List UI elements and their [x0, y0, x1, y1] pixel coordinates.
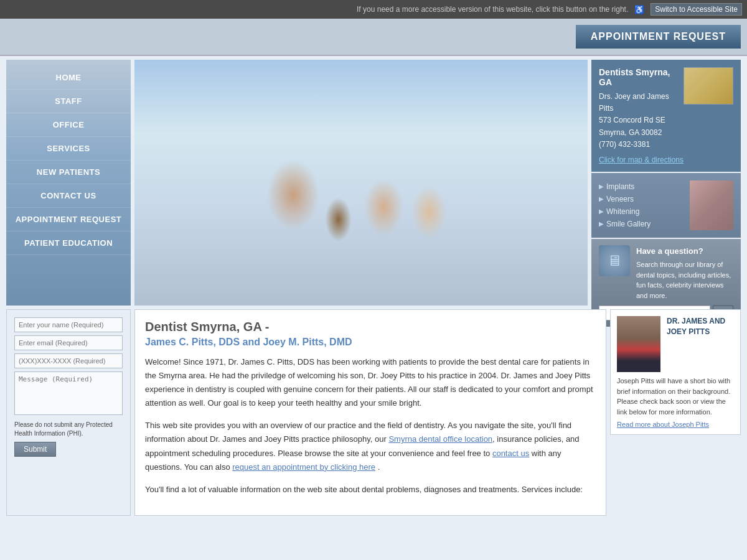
request-appt-link[interactable]: request an appointment by clicking here — [232, 462, 375, 472]
sidebar-item-appt-request[interactable]: APPOINTMENT REQUEST — [6, 208, 131, 231]
family-photo — [134, 60, 588, 306]
service-item-veneers[interactable]: ▶ Veneers — [599, 193, 685, 205]
main-content: Dentist Smyrna, GA - James C. Pitts, DDS… — [134, 309, 606, 516]
service-item-smile-gallery[interactable]: ▶ Smile Gallery — [599, 218, 685, 230]
message-input[interactable] — [14, 371, 123, 415]
service-item-implants[interactable]: ▶ Implants — [599, 180, 685, 193]
office-address2: Smyrna, GA 30082 — [599, 127, 733, 139]
sidebar-item-new-patients[interactable]: NEW PATIENTS — [6, 161, 131, 184]
hero-image — [134, 60, 588, 306]
map-directions-link[interactable]: Click for map & directions — [599, 156, 733, 164]
service-label: Whitening — [606, 207, 639, 216]
sidebar-item-patient-education[interactable]: PATIENT EDUCATION — [6, 231, 131, 255]
map-thumbnail — [684, 67, 733, 105]
main-title: Dentist Smyrna, GA - — [145, 320, 596, 334]
bottom-section: Please do not submit any Protected Healt… — [6, 309, 741, 516]
para2-end: . — [375, 462, 380, 472]
sidebar-item-home[interactable]: HOME — [6, 66, 131, 90]
content-para-2: This web site provides you with an overv… — [145, 419, 596, 474]
phi-notice: Please do not submit any Protected Healt… — [14, 421, 123, 438]
doctor-bio: Joseph Pitts will have a short bio with … — [617, 376, 734, 417]
email-input[interactable] — [14, 335, 123, 350]
doctor-sidebar: DR. JAMES AND JOEY PITTS Joseph Pitts wi… — [610, 309, 741, 516]
services-panel: ▶ Implants ▶ Veneers ▶ Whitening ▶ Smile… — [591, 173, 741, 238]
sidebar: HOME STAFF OFFICE SERVICES NEW PATIENTS … — [6, 60, 131, 306]
content-para-3: You'll find a lot of valuable informatio… — [145, 483, 596, 497]
sidebar-item-office[interactable]: OFFICE — [6, 113, 131, 137]
read-more-link[interactable]: Read more about Joseph Pitts — [617, 421, 734, 428]
search-description: Search through our library of dental top… — [636, 261, 731, 299]
hero-area — [134, 60, 588, 306]
sidebar-item-contact-us[interactable]: CONTACT US — [6, 184, 131, 208]
right-panel: Dentists Smyrna, GA Drs. Joey and James … — [591, 60, 741, 306]
phone-input[interactable] — [14, 353, 123, 368]
office-address1: 573 Concord Rd SE — [599, 114, 733, 126]
contact-form: Please do not submit any Protected Healt… — [6, 309, 131, 516]
wheelchair-icon: ♿ — [634, 5, 644, 14]
sidebar-item-services[interactable]: SERVICES — [6, 137, 131, 161]
accessibility-bar: If you need a more accessible version of… — [0, 0, 747, 19]
sidebar-item-staff[interactable]: STAFF — [6, 90, 131, 113]
main-container: HOME STAFF OFFICE SERVICES NEW PATIENTS … — [0, 56, 747, 516]
office-phone: (770) 432-3381 — [599, 139, 733, 151]
header: APPOINTMENT REQUEST — [0, 19, 747, 56]
search-text: Have a question? Search through our libr… — [636, 245, 733, 301]
appointment-request-button-header[interactable]: APPOINTMENT REQUEST — [576, 25, 741, 49]
accessibility-text: If you need a more accessible version of… — [357, 5, 628, 14]
service-item-whitening[interactable]: ▶ Whitening — [599, 205, 685, 218]
service-label: Veneers — [606, 195, 634, 203]
monitor-icon: 🖥 — [599, 245, 630, 276]
main-subtitle: James C. Pitts, DDS and Joey M. Pitts, D… — [145, 337, 596, 348]
arrow-icon: ▶ — [599, 195, 604, 202]
contact-us-link[interactable]: contact us — [492, 449, 529, 458]
top-section: HOME STAFF OFFICE SERVICES NEW PATIENTS … — [6, 60, 741, 306]
service-label: Smile Gallery — [606, 220, 651, 228]
content-para-1: Welcome! Since 1971, Dr. James C. Pitts,… — [145, 355, 596, 410]
search-heading: Have a question? — [636, 245, 733, 258]
arrow-icon: ▶ — [599, 220, 604, 227]
office-info: Dentists Smyrna, GA Drs. Joey and James … — [591, 60, 741, 172]
doctor-photo — [617, 316, 660, 372]
doctor-card: DR. JAMES AND JOEY PITTS Joseph Pitts wi… — [610, 309, 741, 435]
smyrna-office-link[interactable]: Smyrna dental office location — [388, 434, 492, 444]
search-container: 🖥 Have a question? Search through our li… — [599, 245, 733, 301]
arrow-icon: ▶ — [599, 183, 604, 190]
arrow-icon: ▶ — [599, 208, 604, 215]
service-label: Implants — [606, 182, 634, 191]
accessible-site-link[interactable]: Switch to Accessible Site — [651, 3, 742, 16]
services-list: ▶ Implants ▶ Veneers ▶ Whitening ▶ Smile… — [599, 180, 685, 230]
submit-button[interactable]: Submit — [14, 442, 56, 457]
name-input[interactable] — [14, 317, 123, 332]
services-photo — [690, 180, 733, 230]
